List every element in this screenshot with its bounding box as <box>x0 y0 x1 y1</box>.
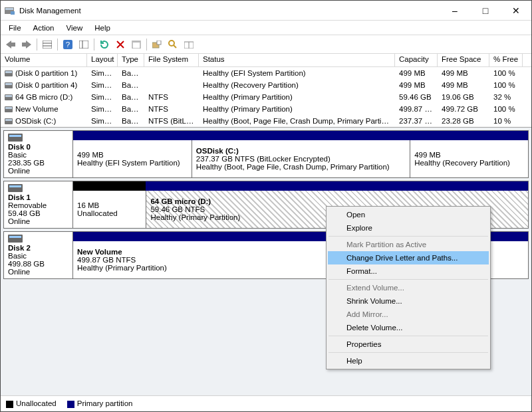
disk-icon <box>8 184 23 192</box>
col-capacity[interactable]: Capacity <box>395 54 438 66</box>
col-status[interactable]: Status <box>199 54 395 66</box>
legend: Unallocated Primary partition <box>1 395 531 411</box>
partition[interactable]: 16 MBUnallocated <box>73 191 146 228</box>
toolbar-separator <box>37 39 37 51</box>
svg-text:?: ? <box>66 41 70 49</box>
context-separator <box>329 352 488 353</box>
forward-button[interactable] <box>19 37 34 52</box>
volume-list-header: Volume Layout Type File System Status Ca… <box>1 54 531 67</box>
disk-info[interactable]: Disk 0Basic238.35 GBOnline <box>4 131 73 177</box>
toolbar-separator <box>94 39 94 51</box>
menu-bar: FileActionViewHelp <box>1 21 531 35</box>
titlebar: Disk Management – □ ✕ <box>1 1 531 21</box>
svg-rect-13 <box>132 41 140 43</box>
action3-icon[interactable] <box>182 37 196 52</box>
partition[interactable]: 499 MBHealthy (EFI System Partition) <box>73 140 192 177</box>
ctx-format[interactable]: Format... <box>328 264 489 278</box>
ctx-help[interactable]: Help <box>328 354 489 367</box>
svg-rect-2 <box>11 11 15 15</box>
ctx-shrink-volume[interactable]: Shrink Volume... <box>328 294 489 308</box>
volume-row[interactable]: OSDisk (C:)SimpleBasicNTFS (BitLo...Heal… <box>1 115 531 127</box>
svg-rect-1 <box>5 8 13 10</box>
volume-row[interactable]: (Disk 0 partition 1)SimpleBasicHealthy (… <box>1 67 531 79</box>
ctx-delete-volume[interactable]: Delete Volume... <box>328 321 489 334</box>
drive-icon <box>5 106 13 112</box>
menu-help[interactable]: Help <box>89 23 116 33</box>
menu-view[interactable]: View <box>61 23 88 33</box>
toolbar-separator <box>146 39 147 51</box>
volume-row[interactable]: 64 GB micro (D:)SimpleBasicNTFSHealthy (… <box>1 91 531 103</box>
disk-info[interactable]: Disk 2Basic499.88 GBOnline <box>4 232 73 278</box>
drive-icon <box>5 118 13 124</box>
volume-list: Volume Layout Type File System Status Ca… <box>1 54 531 128</box>
ctx-open[interactable]: Open <box>328 208 489 221</box>
context-separator <box>329 236 488 237</box>
svg-rect-8 <box>79 41 88 49</box>
disk-icon <box>8 134 23 142</box>
toolbar: ? <box>1 35 531 54</box>
app-icon <box>5 6 15 15</box>
maximize-button[interactable]: □ <box>470 1 501 21</box>
col-freespace[interactable]: Free Space <box>438 54 489 66</box>
menu-action[interactable]: Action <box>28 23 60 33</box>
close-button[interactable]: ✕ <box>501 1 531 21</box>
ctx-properties[interactable]: Properties <box>328 338 489 351</box>
legend-primary: Primary partition <box>67 399 133 407</box>
help-icon[interactable]: ? <box>61 37 75 52</box>
svg-rect-15 <box>157 41 161 45</box>
svg-point-16 <box>169 41 174 46</box>
svg-line-17 <box>174 45 176 48</box>
menu-file[interactable]: File <box>3 23 27 33</box>
legend-unallocated: Unallocated <box>6 399 57 407</box>
ctx-change-drive-letter-and-paths[interactable]: Change Drive Letter and Paths... <box>328 251 489 264</box>
partition[interactable]: OSDisk (C:)237.37 GB NTFS (BitLocker Enc… <box>192 140 410 177</box>
col-type[interactable]: Type <box>118 54 144 66</box>
volume-row[interactable]: (Disk 0 partition 4)SimpleBasicHealthy (… <box>1 79 531 91</box>
svg-rect-3 <box>43 41 52 49</box>
context-separator <box>329 336 488 336</box>
action2-icon[interactable] <box>166 37 180 52</box>
minimize-button[interactable]: – <box>440 1 470 21</box>
delete-icon[interactable] <box>113 37 128 52</box>
col-volume[interactable]: Volume <box>1 54 87 66</box>
col-layout[interactable]: Layout <box>87 54 118 66</box>
toolbar-separator <box>57 39 58 51</box>
col-pctfree[interactable]: % Free <box>489 54 523 66</box>
list-icon[interactable] <box>76 37 91 52</box>
partition[interactable]: 499 MBHealthy (Recovery Partition) <box>410 140 528 177</box>
ctx-mark-partition-as-active: Mark Partition as Active <box>328 238 489 251</box>
window-title: Disk Management <box>19 7 440 15</box>
col-filesystem[interactable]: File System <box>144 54 199 66</box>
disk-info[interactable]: Disk 1Removable59.48 GBOnline <box>4 181 73 228</box>
drive-icon <box>5 94 13 100</box>
context-separator <box>329 279 488 280</box>
ctx-extend-volume: Extend Volume... <box>328 281 489 294</box>
table-view-icon[interactable] <box>40 37 55 52</box>
ctx-explore[interactable]: Explore <box>328 221 489 235</box>
partition-context-menu: OpenExploreMark Partition as ActiveChang… <box>326 206 491 369</box>
ctx-add-mirror: Add Mirror... <box>328 308 489 321</box>
refresh-icon[interactable] <box>97 37 112 52</box>
drive-icon <box>5 70 13 76</box>
volume-row[interactable]: New VolumeSimpleBasicNTFSHealthy (Primar… <box>1 103 531 115</box>
disk-icon <box>8 235 23 243</box>
back-button[interactable] <box>3 37 18 52</box>
disk-block: Disk 0Basic238.35 GBOnline499 MBHealthy … <box>3 130 529 178</box>
action1-icon[interactable] <box>150 37 164 52</box>
properties-icon[interactable] <box>129 37 144 52</box>
drive-icon <box>5 82 13 88</box>
